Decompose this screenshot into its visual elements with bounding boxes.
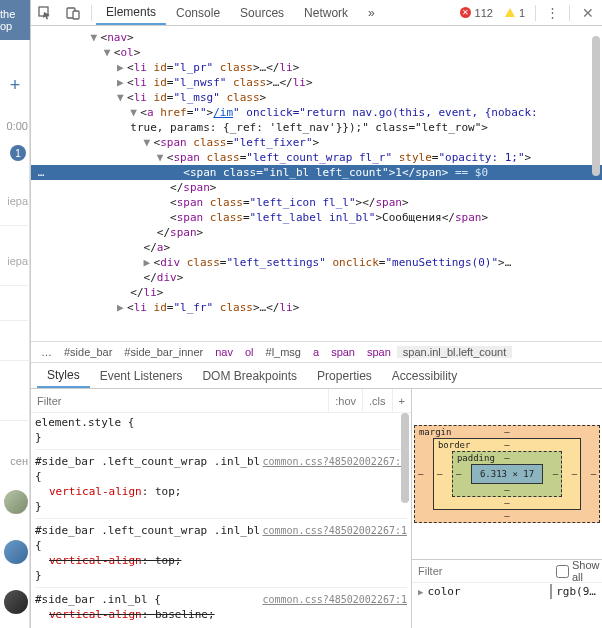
hov-toggle[interactable]: :hov [328, 389, 362, 412]
breadcrumb[interactable]: …#side_bar#side_bar_innernavol#l_msgaspa… [31, 341, 602, 363]
avatar[interactable] [4, 540, 28, 564]
box-margin: margin –––– border –––– padding –––– 6.3… [414, 425, 600, 523]
svg-rect-2 [73, 11, 79, 19]
box-dash: – [572, 469, 577, 479]
box-dash: – [437, 469, 442, 479]
error-number: 112 [475, 7, 493, 19]
elements-scrollbar[interactable] [588, 26, 602, 341]
host-label: iepa [0, 255, 30, 267]
box-dash: – [504, 453, 509, 463]
host-page-strip: the op + 0:00 1 iepa iepa сен [0, 0, 30, 628]
box-content: 6.313 × 17 [471, 464, 543, 484]
computed-filter-input[interactable] [418, 565, 556, 577]
computed-prop-name: color [427, 585, 460, 598]
tabs-overflow-icon[interactable]: » [358, 0, 385, 25]
selected-node[interactable]: … <span class="inl_bl left_count">1</spa… [31, 165, 602, 180]
subtab-dom-breakpoints[interactable]: DOM Breakpoints [192, 363, 307, 388]
host-separator [0, 225, 30, 226]
crumb[interactable]: nav [209, 346, 239, 358]
avatar[interactable] [4, 590, 28, 614]
show-all-toggle[interactable]: Show all [556, 559, 600, 583]
crumb[interactable]: a [307, 346, 325, 358]
box-dash: – [504, 485, 509, 495]
computed-prop-value: rgb(9… [556, 585, 596, 598]
host-time: 0:00 [0, 120, 30, 132]
toolbar-divider [91, 5, 92, 21]
scrollbar-thumb[interactable] [592, 36, 600, 176]
subtab-event-listeners[interactable]: Event Listeners [90, 363, 193, 388]
scrollbar-thumb[interactable] [401, 413, 409, 503]
devtools-tabs: Elements Console Sources Network » [96, 0, 385, 25]
error-count[interactable]: ✕ 112 [454, 7, 499, 19]
subtab-styles[interactable]: Styles [37, 363, 90, 388]
tab-elements[interactable]: Elements [96, 0, 166, 25]
tab-sources[interactable]: Sources [230, 0, 294, 25]
box-dash: – [418, 469, 423, 479]
crumb[interactable]: span [361, 346, 397, 358]
show-all-label: Show all [572, 559, 600, 583]
crumb[interactable]: ol [239, 346, 260, 358]
styles-rules[interactable]: element.style {}common.css?48502002267:1… [31, 413, 411, 628]
crumb[interactable]: span.inl_bl.left_count [397, 346, 512, 358]
box-margin-label: margin [419, 427, 452, 437]
box-border-label: border [438, 440, 471, 450]
add-rule-button[interactable]: + [392, 389, 411, 412]
inspect-icon[interactable] [31, 0, 59, 26]
toolbar-divider [569, 5, 570, 21]
computed-row[interactable]: ▶ color rgb(9… [418, 585, 596, 598]
tab-console[interactable]: Console [166, 0, 230, 25]
lower-panes: :hov .cls + element.style {}common.css?4… [31, 389, 602, 628]
devtools-toolbar: Elements Console Sources Network » ✕ 112… [31, 0, 602, 26]
device-mode-icon[interactable] [59, 0, 87, 26]
tab-network[interactable]: Network [294, 0, 358, 25]
subtab-properties[interactable]: Properties [307, 363, 382, 388]
crumb[interactable]: #side_bar_inner [118, 346, 209, 358]
styles-pane: :hov .cls + element.style {}common.css?4… [31, 389, 412, 628]
styles-filter-input[interactable] [31, 395, 328, 407]
styles-scrollbar[interactable] [397, 413, 411, 628]
cls-toggle[interactable]: .cls [362, 389, 392, 412]
crumb[interactable]: span [325, 346, 361, 358]
elements-tree[interactable]: ▼<nav> ▼<ol> ▶<li id="l_pr" class>…</li>… [31, 26, 602, 341]
crumb[interactable]: #l_msg [260, 346, 307, 358]
expand-icon[interactable]: ▶ [418, 587, 423, 597]
styles-filter-bar: :hov .cls + [31, 389, 411, 413]
warning-count[interactable]: 1 [499, 7, 531, 19]
box-dash: – [553, 469, 558, 479]
box-padding: padding –––– 6.313 × 17 [452, 451, 562, 497]
styles-subtabs: Styles Event Listeners DOM Breakpoints P… [31, 363, 602, 389]
box-model[interactable]: margin –––– border –––– padding –––– 6.3… [412, 389, 602, 559]
kebab-menu-icon[interactable]: ⋮ [540, 5, 565, 20]
crumb[interactable]: #side_bar [58, 346, 118, 358]
box-dash: – [504, 511, 509, 521]
box-dash: – [456, 469, 461, 479]
host-separator [0, 360, 30, 361]
show-all-checkbox[interactable] [556, 565, 569, 578]
toolbar-divider [535, 5, 536, 21]
close-devtools-icon[interactable]: ✕ [574, 5, 602, 21]
host-plus-icon[interactable]: + [0, 75, 30, 96]
host-label: iepa [0, 195, 30, 207]
host-header: the op [0, 0, 30, 40]
avatar[interactable] [4, 490, 28, 514]
box-padding-label: padding [457, 453, 495, 463]
warning-icon [505, 8, 515, 17]
host-separator [0, 285, 30, 286]
color-swatch[interactable] [550, 584, 552, 599]
dom-tree-lines[interactable]: ▼<nav> ▼<ol> ▶<li id="l_pr" class>…</li>… [31, 30, 602, 315]
computed-filter-bar: Show all [412, 559, 602, 583]
computed-list[interactable]: ▶ color rgb(9… [412, 583, 602, 600]
computed-pane: margin –––– border –––– padding –––– 6.3… [412, 389, 602, 628]
host-separator [0, 320, 30, 321]
host-separator [0, 420, 30, 421]
box-dash: – [591, 469, 596, 479]
subtab-accessibility[interactable]: Accessibility [382, 363, 467, 388]
host-badge: 1 [10, 145, 26, 161]
host-month-label: сен [0, 455, 30, 467]
box-dash: – [504, 498, 509, 508]
warning-number: 1 [519, 7, 525, 19]
crumb[interactable]: … [35, 346, 58, 358]
box-dash: – [504, 427, 509, 437]
error-icon: ✕ [460, 7, 471, 18]
devtools-panel: Elements Console Sources Network » ✕ 112… [30, 0, 602, 628]
